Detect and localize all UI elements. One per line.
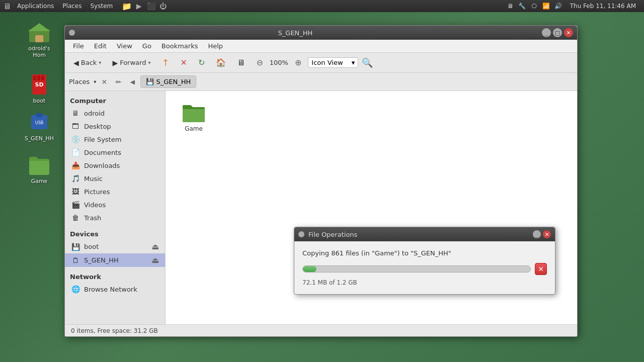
menu-file[interactable]: File <box>69 41 88 51</box>
sidebar-item-odroid[interactable]: 🖥 odroid <box>65 107 165 120</box>
sidebar-label-trash: Trash <box>84 214 101 222</box>
sd-card-icon: SD <box>27 72 51 97</box>
home-folder-icon <box>27 20 51 44</box>
places-selector[interactable]: Places ▾ <box>69 78 96 85</box>
sidebar-item-browse-network[interactable]: 🌐 Browse Network <box>65 283 165 296</box>
network-icon: 📶 <box>542 2 551 11</box>
taskbar-app-icon[interactable]: 🖥 <box>2 1 12 11</box>
taskbar-stop-btn[interactable]: ⬛ <box>146 1 156 11</box>
svg-text:SD: SD <box>35 81 43 88</box>
zoom-out-button[interactable]: ⊖ <box>252 55 267 71</box>
menu-go[interactable]: Go <box>138 41 155 51</box>
game-folder-icon-view <box>182 103 206 123</box>
sidebar-label-pictures: Pictures <box>84 188 110 196</box>
desktop: 🖥 Applications Places System 📁 ▶ ⬛ ⏻ 🖥 🔧… <box>0 0 644 362</box>
sidebar-item-pictures[interactable]: 🖼 Pictures <box>65 185 165 198</box>
sidebar-label-odroid: odroid <box>84 110 105 117</box>
menu-places[interactable]: Places <box>58 2 86 11</box>
sidebar-item-videos[interactable]: 🎬 Videos <box>65 198 165 211</box>
close-button[interactable]: ✕ <box>564 28 573 37</box>
filesystem-icon: 💿 <box>71 135 80 144</box>
desktop-icon-s-gen-hh[interactable]: USB S_GEN_HH <box>19 108 59 144</box>
menu-system[interactable]: System <box>86 2 117 11</box>
home-button[interactable]: 🏠 <box>211 55 230 71</box>
sidebar-item-downloads[interactable]: 📥 Downloads <box>65 159 165 172</box>
progress-row: ✕ <box>302 263 547 275</box>
dialog-close-button[interactable]: ✕ <box>543 230 551 238</box>
dialog-title: File Operations <box>308 231 533 238</box>
sidebar-item-trash[interactable]: 🗑 Trash <box>65 211 165 224</box>
forward-label: Forward <box>120 59 146 66</box>
taskbar-power-btn[interactable]: ⏻ <box>158 1 168 11</box>
s-gen-hh-eject-icon[interactable]: ⏏ <box>151 255 159 265</box>
screen-icon: 🖥 <box>506 2 515 11</box>
desktop-icon-boot[interactable]: SD boot <box>19 70 59 106</box>
desktop-icon-game[interactable]: Game <box>19 151 59 187</box>
minimize-button[interactable]: _ <box>542 28 551 37</box>
sidebar-item-documents[interactable]: 📄 Documents <box>65 146 165 159</box>
path-label: S_GEN_HH <box>156 78 191 85</box>
dialog-body: Copying 861 files (in "Game") to "S_GEN_… <box>294 241 555 294</box>
sidebar-label-downloads: Downloads <box>84 162 120 169</box>
content-area: Computer 🖥 odroid 🗔 Desktop 💿 File Syste… <box>65 91 577 324</box>
view-mode-selector[interactable]: Icon View ▾ <box>308 57 358 68</box>
cancel-progress-button[interactable]: ✕ <box>535 263 547 275</box>
taskbar-play-btn[interactable]: ▶ <box>134 1 144 11</box>
computer-icon: 🖥 <box>71 109 80 118</box>
status-text: 0 items, Free space: 31.2 GB <box>71 327 158 334</box>
toolbar: ◀ Back ▾ ▶ Forward ▾ ↑ ✕ ↻ 🏠 🖥 ⊖ 100% ⊕ … <box>65 53 577 73</box>
reload-button[interactable]: ↻ <box>194 55 209 71</box>
menu-help[interactable]: Help <box>204 41 227 51</box>
sidebar-label-music: Music <box>84 175 103 183</box>
sidebar-label-videos: Videos <box>84 201 106 209</box>
sidebar-item-boot[interactable]: 💾 boot ⏏ <box>65 240 165 253</box>
menu-edit[interactable]: Edit <box>90 41 111 51</box>
stop-button[interactable]: ✕ <box>176 55 192 71</box>
menu-applications[interactable]: Applications <box>13 2 58 11</box>
sidebar-label-documents: Documents <box>84 149 121 156</box>
menu-bookmarks[interactable]: Bookmarks <box>157 41 202 51</box>
location-close-button[interactable]: ✕ <box>99 77 109 87</box>
desktop-icon-odroid-home[interactable]: odroid's Hom <box>19 18 59 60</box>
taskbar-center: 📁 ▶ ⬛ ⏻ <box>122 1 168 11</box>
documents-icon: 📄 <box>71 148 80 157</box>
taskbar-files-btn[interactable]: 📁 <box>122 1 132 11</box>
file-view: Game File Operations _ ✕ Copying 861 fil… <box>166 91 577 324</box>
videos-icon: 🎬 <box>71 200 80 209</box>
desktop-icon-sidebar: 🗔 <box>71 122 80 131</box>
boot-eject-icon[interactable]: ⏏ <box>151 242 159 251</box>
maximize-button[interactable]: □ <box>553 28 562 37</box>
sidebar: Computer 🖥 odroid 🗔 Desktop 💿 File Syste… <box>65 91 166 324</box>
sidebar-item-desktop[interactable]: 🗔 Desktop <box>65 120 165 133</box>
svg-marker-1 <box>28 23 50 31</box>
game-folder-label: Game <box>185 125 203 132</box>
edit-location-button[interactable]: ✏ <box>112 76 124 88</box>
sidebar-item-filesystem[interactable]: 💿 File System <box>65 133 165 146</box>
dialog-minimize-button[interactable]: _ <box>533 230 541 238</box>
taskbar: 🖥 Applications Places System 📁 ▶ ⬛ ⏻ 🖥 🔧… <box>0 0 644 12</box>
breadcrumb-path[interactable]: 💾 S_GEN_HH <box>140 75 196 88</box>
bluetooth-icon: ⬠ <box>530 2 539 11</box>
usb-drive-icon: USB <box>27 110 51 134</box>
up-button[interactable]: ↑ <box>157 55 174 71</box>
menu-view[interactable]: View <box>113 41 136 51</box>
svg-rect-6 <box>37 75 40 80</box>
title-bar-dot <box>69 30 75 36</box>
back-label: Back <box>81 59 97 66</box>
sidebar-label-filesystem: File System <box>84 136 121 143</box>
breadcrumb-nav-left[interactable]: ◀ <box>127 77 137 87</box>
sidebar-item-s-gen-hh[interactable]: 🗒 S_GEN_HH ⏏ <box>65 253 165 267</box>
zoom-display: 100% <box>270 59 288 66</box>
sidebar-item-music[interactable]: 🎵 Music <box>65 172 165 185</box>
forward-button[interactable]: ▶ Forward ▾ <box>108 55 155 71</box>
back-button[interactable]: ◀ Back ▾ <box>69 55 106 71</box>
computer-button[interactable]: 🖥 <box>232 55 250 71</box>
zoom-in-button[interactable]: ⊕ <box>290 55 306 71</box>
taskbar-right: 🖥 🔧 ⬠ 📶 🔊 Thu Feb 11, 11:46 AM <box>506 2 644 11</box>
search-button[interactable]: 🔍 <box>360 56 374 70</box>
sidebar-section-devices: Devices <box>65 228 165 240</box>
tools-icon: 🔧 <box>518 2 527 11</box>
sidebar-label-s-gen-hh: S_GEN_HH <box>84 256 119 264</box>
file-item-game[interactable]: Game <box>174 99 214 136</box>
taskbar-menu: Applications Places System <box>13 2 117 11</box>
